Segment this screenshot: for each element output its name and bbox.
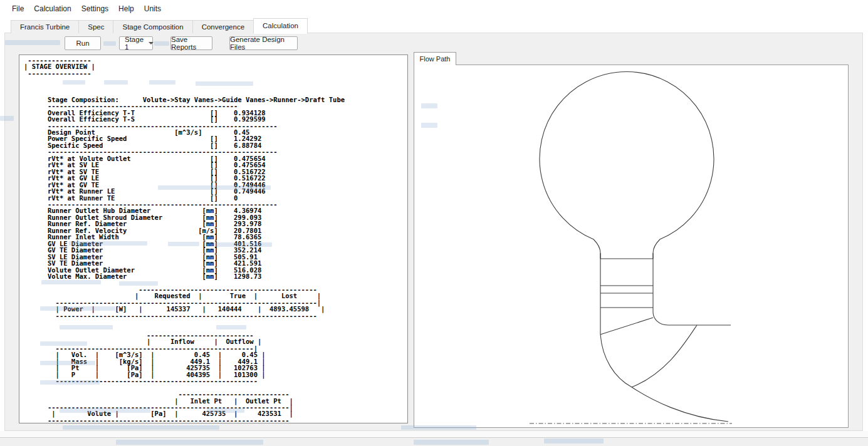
flow-path-runner-le-line xyxy=(600,318,653,334)
tab-stage-composition[interactable]: Stage Composition xyxy=(113,20,192,33)
menu-units[interactable]: Units xyxy=(142,3,167,15)
stage-overview-report-text: ---------------- | STAGE OVERVIEW | ----… xyxy=(19,55,407,423)
tab-convergence[interactable]: Convergence xyxy=(192,20,254,33)
run-button[interactable]: Run xyxy=(65,36,101,50)
main-tab-strip: Francis Turbine Spec Stage Composition C… xyxy=(11,19,307,33)
application-window: { "menu": { "items": ["File", "Calculati… xyxy=(0,0,868,446)
generate-design-files-button[interactable]: Generate Design Files xyxy=(229,36,298,50)
bottom-divider-strip xyxy=(0,431,868,438)
flow-path-canvas xyxy=(414,65,849,428)
menu-settings[interactable]: Settings xyxy=(80,3,115,15)
flow-path-drawing xyxy=(414,65,848,427)
stage-selector-value: Stage 1 xyxy=(125,36,144,51)
flow-path-volute-outline xyxy=(540,72,714,259)
tab-spec[interactable]: Spec xyxy=(78,20,113,33)
tab-francis-turbine[interactable]: Francis Turbine xyxy=(11,20,79,33)
flow-path-runner-outlet-line xyxy=(653,312,731,325)
save-reports-button[interactable]: Save Reports xyxy=(170,36,212,50)
tab-flow-path[interactable]: Flow Path xyxy=(414,52,456,65)
flow-path-hub-curve xyxy=(632,325,697,387)
stage-selector-dropdown[interactable]: Stage 1 xyxy=(119,36,153,50)
stage-overview-report-panel[interactable]: ---------------- | STAGE OVERVIEW | ----… xyxy=(19,54,408,423)
menu-file[interactable]: File xyxy=(10,3,30,15)
flow-path-shroud-curve xyxy=(600,334,728,422)
tab-calculation[interactable]: Calculation xyxy=(253,18,308,34)
menu-calculation[interactable]: Calculation xyxy=(32,3,77,15)
menu-help[interactable]: Help xyxy=(117,3,140,15)
window-bottom-area xyxy=(0,438,868,446)
chevron-down-icon xyxy=(149,42,154,44)
menu-bar: File Calculation Settings Help Units xyxy=(0,0,868,18)
